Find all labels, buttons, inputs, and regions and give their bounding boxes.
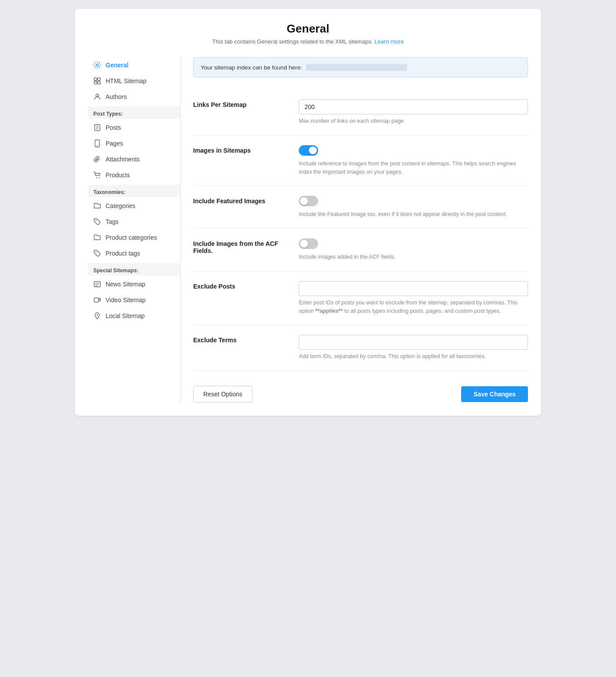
svg-point-14 (95, 220, 96, 221)
paperclip-icon (93, 155, 101, 163)
svg-point-12 (96, 177, 97, 178)
include-images-acf-hint: Include images added in the ACF fields. (299, 253, 528, 261)
section-special-sitemaps: Special Sitemaps: (88, 263, 180, 275)
svg-point-11 (97, 145, 98, 146)
links-per-sitemap-control: Max number of links on each sitemap page… (299, 99, 528, 125)
sidebar-item-posts[interactable]: Posts (88, 120, 180, 135)
exclude-terms-control: Add term IDs, separated by comma. This o… (299, 335, 528, 361)
sidebar-item-product-tags[interactable]: Product tags (88, 245, 180, 261)
svg-point-15 (95, 252, 96, 253)
section-post-types: Post Types: (88, 106, 180, 119)
include-images-acf-toggle[interactable] (299, 238, 318, 249)
exclude-posts-control: Enter post IDs of posts you want to excl… (299, 281, 528, 315)
images-in-sitemaps-toggle[interactable] (299, 145, 318, 156)
sidebar-item-tags[interactable]: Tags (88, 214, 180, 230)
sidebar-label-pages: Pages (106, 140, 123, 147)
sidebar-item-pages[interactable]: Pages (88, 135, 180, 151)
svg-point-21 (97, 315, 98, 316)
exclude-terms-label: Exclude Terms (193, 335, 290, 344)
svg-rect-3 (94, 81, 97, 84)
folder-icon (93, 202, 101, 210)
svg-rect-2 (98, 78, 100, 81)
sidebar: General HTML Sitemap (88, 57, 180, 403)
include-images-acf-control: Include images added in the ACF fields. (299, 238, 528, 261)
video-icon (93, 296, 101, 304)
sidebar-label-video-sitemap: Video Sitemap (106, 296, 146, 304)
sitemap-url-label: Your sitemap index can be found here: (201, 64, 302, 71)
phone-icon (93, 139, 101, 147)
sidebar-item-product-categories[interactable]: Product categories (88, 230, 180, 245)
include-images-acf-label: Include Images from the ACF Fields. (193, 238, 290, 254)
footer-buttons: Reset Options Save Changes (193, 375, 528, 403)
images-in-sitemaps-hint: Include reference to images from the pos… (299, 160, 528, 176)
section-taxonomies: Taxonomies: (88, 185, 180, 197)
page-subtitle: This tab contains General settings relat… (88, 38, 528, 45)
content-wrapper: General HTML Sitemap (88, 57, 528, 403)
links-per-sitemap-hint: Max number of links on each sitemap page… (299, 117, 528, 125)
sidebar-item-products[interactable]: Products (88, 167, 180, 183)
svg-rect-1 (94, 78, 97, 81)
sidebar-item-news-sitemap[interactable]: News Sitemap (88, 276, 180, 292)
exclude-terms-row: Exclude Terms Add term IDs, separated by… (193, 325, 528, 371)
tag-icon (93, 218, 101, 226)
exclude-posts-hint: Enter post IDs of posts you want to excl… (299, 299, 528, 315)
sidebar-item-video-sitemap[interactable]: Video Sitemap (88, 292, 180, 308)
svg-point-13 (99, 177, 99, 178)
save-changes-button[interactable]: Save Changes (461, 386, 528, 402)
exclude-terms-input[interactable] (299, 335, 528, 350)
page-header: General This tab contains General settin… (88, 22, 528, 45)
images-in-sitemaps-row: Images in Sitemaps Include reference to … (193, 135, 528, 187)
main-container: General This tab contains General settin… (75, 9, 541, 416)
toggle-knob (309, 146, 317, 154)
include-featured-images-control: Include the Featured Image too, even if … (299, 196, 528, 219)
main-content: Your sitemap index can be found here: Li… (180, 57, 528, 403)
include-featured-images-hint: Include the Featured Image too, even if … (299, 210, 528, 219)
svg-point-0 (96, 64, 99, 66)
sidebar-item-local-sitemap[interactable]: Local Sitemap (88, 308, 180, 324)
grid-icon (93, 77, 101, 85)
gear-icon (93, 61, 101, 69)
cart-icon (93, 171, 101, 179)
images-in-sitemaps-label: Images in Sitemaps (193, 145, 290, 154)
sidebar-item-general[interactable]: General (88, 57, 180, 73)
learn-more-link[interactable]: Learn more (374, 38, 403, 45)
location-icon (93, 312, 101, 320)
links-per-sitemap-row: Links Per Sitemap Max number of links on… (193, 90, 528, 135)
reset-options-button[interactable]: Reset Options (193, 386, 253, 403)
images-in-sitemaps-control: Include reference to images from the pos… (299, 145, 528, 176)
include-featured-images-row: Include Featured Images Include the Feat… (193, 186, 528, 229)
tag2-icon (93, 249, 101, 257)
sidebar-item-authors[interactable]: Authors (88, 89, 180, 105)
sidebar-label-news-sitemap: News Sitemap (106, 281, 145, 288)
include-featured-images-label: Include Featured Images (193, 196, 290, 205)
links-per-sitemap-input[interactable] (299, 99, 528, 114)
doc-icon (93, 124, 101, 132)
svg-rect-4 (98, 81, 100, 84)
exclude-posts-input[interactable] (299, 281, 528, 296)
sidebar-item-attachments[interactable]: Attachments (88, 151, 180, 167)
svg-point-5 (96, 94, 99, 97)
sidebar-item-categories[interactable]: Categories (88, 198, 180, 214)
folder2-icon (93, 234, 101, 242)
exclude-posts-row: Exclude Posts Enter post IDs of posts yo… (193, 271, 528, 326)
sidebar-label-html-sitemap: HTML Sitemap (106, 77, 147, 84)
sidebar-label-general: General (106, 62, 128, 69)
news-icon (93, 280, 101, 288)
exclude-posts-label: Exclude Posts (193, 281, 290, 290)
page-title: General (88, 22, 528, 36)
person-icon (93, 93, 101, 101)
sidebar-label-products: Products (106, 172, 130, 179)
include-featured-images-toggle[interactable] (299, 196, 318, 206)
exclude-terms-hint: Add term IDs, separated by comma. This o… (299, 352, 528, 361)
toggle-knob (300, 240, 308, 248)
sidebar-label-attachments: Attachments (106, 156, 140, 163)
sitemap-url-value (306, 64, 407, 71)
links-per-sitemap-label: Links Per Sitemap (193, 99, 290, 108)
include-images-acf-row: Include Images from the ACF Fields. Incl… (193, 229, 528, 271)
sidebar-label-authors: Authors (106, 93, 127, 100)
sidebar-label-local-sitemap: Local Sitemap (106, 312, 145, 319)
sidebar-label-product-tags: Product tags (106, 250, 140, 257)
sidebar-item-html-sitemap[interactable]: HTML Sitemap (88, 73, 180, 89)
sidebar-label-categories: Categories (106, 202, 136, 209)
sitemap-url-box: Your sitemap index can be found here: (193, 57, 528, 77)
